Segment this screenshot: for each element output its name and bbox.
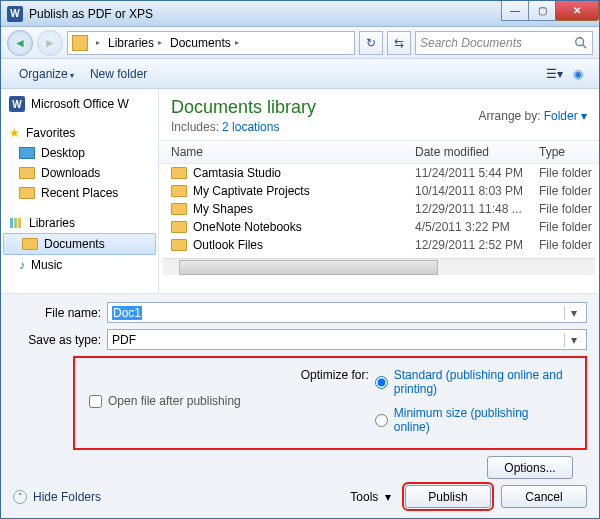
optimize-label: Optimize for: [301, 368, 369, 434]
nav-pane: W Microsoft Office W ★Favorites Desktop … [1, 89, 159, 293]
toolbar: Organize New folder ☰▾ ◉ [1, 59, 599, 89]
bottom-panel: File name: Doc1▾ Save as type: PDF▾ Open… [1, 293, 599, 518]
search-placeholder: Search Documents [420, 36, 522, 50]
svg-point-0 [576, 37, 584, 45]
chevron-up-icon: ˄ [13, 490, 27, 504]
save-type-label: Save as type: [13, 333, 101, 347]
dialog-window: W Publish as PDF or XPS — ▢ ✕ ◄ ► ▸ Libr… [0, 0, 600, 519]
radio[interactable] [375, 407, 388, 434]
help-button[interactable]: ◉ [567, 63, 589, 85]
app-row[interactable]: W Microsoft Office W [1, 93, 158, 115]
address-bar[interactable]: ▸ Libraries▸ Documents▸ [67, 31, 355, 55]
optimize-minimum-radio[interactable]: Minimum size (publishing online) [375, 406, 564, 434]
optimize-standard-radio[interactable]: Standard (publishing online and printing… [375, 368, 564, 396]
options-highlight: Open file after publishing Optimize for:… [73, 356, 587, 450]
checkbox[interactable] [89, 395, 102, 408]
sidebar-item-label: Documents [44, 237, 105, 251]
save-type-dropdown[interactable]: PDF▾ [107, 329, 587, 350]
list-item[interactable]: Camtasia Studio11/24/2011 5:44 PMFile fo… [159, 164, 599, 182]
window-controls: — ▢ ✕ [502, 1, 599, 21]
music-icon: ♪ [19, 258, 25, 272]
file-name-label: File name: [13, 306, 101, 320]
star-icon: ★ [9, 126, 20, 140]
open-after-checkbox[interactable]: Open file after publishing [89, 368, 241, 434]
tools-dropdown[interactable]: Tools ▾ [350, 490, 391, 504]
breadcrumb[interactable]: Documents [170, 36, 231, 50]
favorites-header[interactable]: ★Favorites [1, 123, 158, 143]
sidebar-item-label: Recent Places [41, 186, 118, 200]
col-name[interactable]: Name [171, 145, 415, 159]
minimize-button[interactable]: — [501, 1, 529, 21]
search-icon [574, 36, 588, 50]
col-date[interactable]: Date modified [415, 145, 539, 159]
chevron-down-icon[interactable]: ▾ [564, 306, 582, 320]
radio[interactable] [375, 369, 388, 396]
titlebar: W Publish as PDF or XPS — ▢ ✕ [1, 1, 599, 27]
col-type[interactable]: Type [539, 145, 599, 159]
folder-icon [19, 187, 35, 199]
sidebar-item-downloads[interactable]: Downloads [1, 163, 158, 183]
file-list: Camtasia Studio11/24/2011 5:44 PMFile fo… [159, 164, 599, 254]
footer: ˄ Hide Folders Tools ▾ Publish Cancel [13, 479, 587, 508]
close-button[interactable]: ✕ [555, 1, 599, 21]
breadcrumb[interactable]: Libraries [108, 36, 154, 50]
arrange-by: Arrange by: Folder ▾ [479, 109, 587, 123]
horizontal-scrollbar[interactable] [163, 258, 595, 275]
list-item[interactable]: OneNote Notebooks4/5/2011 3:22 PMFile fo… [159, 218, 599, 236]
list-item[interactable]: My Captivate Projects10/14/2011 8:03 PMF… [159, 182, 599, 200]
word-icon: W [9, 96, 25, 112]
word-icon: W [7, 6, 23, 22]
sidebar-item-label: Desktop [41, 146, 85, 160]
file-name-field: File name: Doc1▾ [13, 302, 587, 323]
folder-icon [171, 203, 187, 215]
refresh-button[interactable]: ↻ [359, 31, 383, 55]
sidebar-item-label: Favorites [26, 126, 75, 140]
column-headers[interactable]: Name Date modified Type [159, 140, 599, 164]
library-title: Documents library [171, 97, 316, 118]
cancel-button[interactable]: Cancel [501, 485, 587, 508]
sidebar-item-desktop[interactable]: Desktop [1, 143, 158, 163]
includes-link[interactable]: 2 locations [222, 120, 279, 134]
arrange-by-dropdown[interactable]: Folder ▾ [544, 109, 587, 123]
libraries-header[interactable]: Libraries [1, 213, 158, 233]
options-button[interactable]: Options... [487, 456, 573, 479]
sidebar-item-label: Music [31, 258, 62, 272]
desktop-icon [19, 147, 35, 159]
sidebar-item-label: Microsoft Office W [31, 97, 129, 111]
search-input[interactable]: Search Documents [415, 31, 593, 55]
folder-icon [19, 167, 35, 179]
list-item[interactable]: My Shapes12/29/2011 11:48 ...File folder [159, 200, 599, 218]
new-folder-button[interactable]: New folder [82, 64, 155, 84]
publish-button[interactable]: Publish [405, 485, 491, 508]
nav-bar: ◄ ► ▸ Libraries▸ Documents▸ ↻ ⇆ Search D… [1, 27, 599, 59]
svg-rect-3 [14, 218, 17, 228]
folder-icon [72, 35, 88, 51]
back-button[interactable]: ◄ [7, 30, 33, 56]
folder-icon [171, 185, 187, 197]
svg-line-1 [583, 44, 587, 48]
library-header: Documents library Includes: 2 locations … [159, 89, 599, 140]
sidebar-item-recent[interactable]: Recent Places [1, 183, 158, 203]
view-button[interactable]: ☰▾ [543, 63, 565, 85]
save-type-field: Save as type: PDF▾ [13, 329, 587, 350]
file-name-input[interactable]: Doc1▾ [107, 302, 587, 323]
window-title: Publish as PDF or XPS [29, 7, 502, 21]
svg-rect-2 [10, 218, 13, 228]
list-item[interactable]: Outlook Files12/29/2011 2:52 PMFile fold… [159, 236, 599, 254]
libraries-icon [9, 216, 23, 230]
chevron-down-icon[interactable]: ▾ [564, 333, 582, 347]
sidebar-item-label: Downloads [41, 166, 100, 180]
organize-button[interactable]: Organize [11, 64, 82, 84]
hide-folders-button[interactable]: ˄ Hide Folders [13, 490, 101, 504]
sidebar-item-documents[interactable]: Documents [3, 233, 156, 255]
svg-rect-4 [18, 218, 21, 228]
sidebar-item-music[interactable]: ♪Music [1, 255, 158, 275]
maximize-button[interactable]: ▢ [528, 1, 556, 21]
content-pane: Documents library Includes: 2 locations … [159, 89, 599, 293]
sidebar-item-label: Libraries [29, 216, 75, 230]
forward-button[interactable]: ► [37, 30, 63, 56]
swap-button[interactable]: ⇆ [387, 31, 411, 55]
scroll-thumb[interactable] [179, 260, 438, 275]
folder-icon [171, 221, 187, 233]
includes-label: Includes: [171, 120, 219, 134]
